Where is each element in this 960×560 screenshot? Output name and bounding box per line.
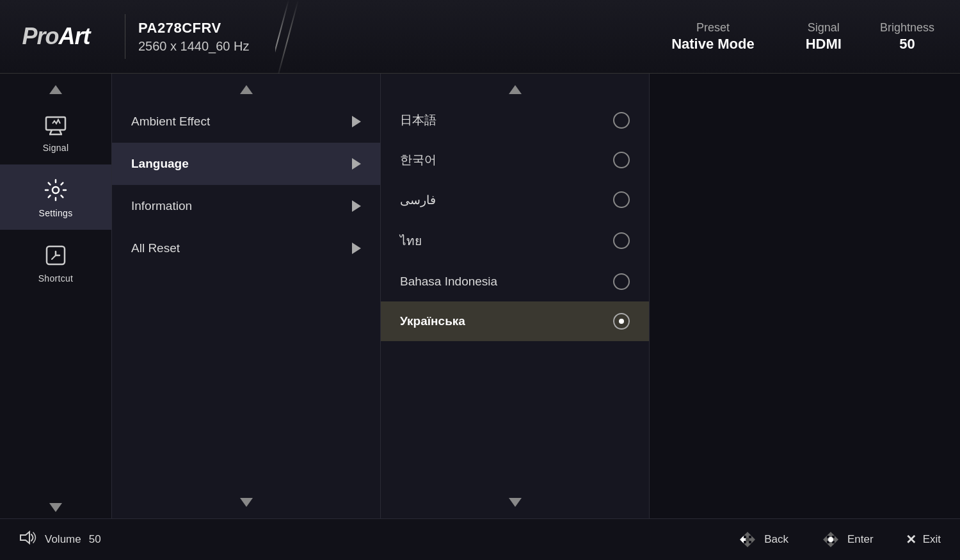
signal-icon bbox=[42, 111, 70, 139]
brightness-value: 50 bbox=[880, 36, 934, 52]
volume-icon bbox=[19, 531, 37, 548]
sidebar-item-shortcut[interactable]: Shortcut bbox=[0, 230, 111, 295]
lang-chevron-up-icon bbox=[509, 85, 522, 94]
sidebar-scroll-up[interactable] bbox=[0, 80, 111, 99]
language-panel: 日本語 한국어 فارسی ไทย Bahasa Indonesia Украї… bbox=[381, 74, 650, 518]
shortcut-icon bbox=[42, 241, 70, 269]
menu-ambient-arrow-icon bbox=[352, 116, 361, 127]
logo: ProArt bbox=[0, 23, 112, 50]
svg-marker-7 bbox=[749, 536, 755, 543]
logo-pro: Pro bbox=[22, 23, 58, 49]
menu-ambient-label: Ambient Effect bbox=[131, 115, 210, 129]
signal-label: Signal bbox=[806, 21, 842, 35]
sidebar-settings-label: Settings bbox=[39, 208, 73, 218]
lang-thai-label: ไทย bbox=[400, 231, 422, 250]
menu-chevron-up-icon bbox=[240, 85, 253, 94]
lang-bahasa-radio bbox=[613, 273, 630, 290]
lang-item-thai[interactable]: ไทย bbox=[381, 220, 649, 262]
monitor-info: PA278CFRV 2560 x 1440_60 Hz bbox=[138, 20, 671, 54]
enter-button[interactable]: Enter bbox=[820, 529, 874, 550]
menu-allreset-arrow-icon bbox=[352, 243, 361, 254]
preset-value: Native Mode bbox=[671, 36, 755, 52]
menu-information-arrow-icon bbox=[352, 200, 361, 212]
lang-ukrainian-radio bbox=[613, 313, 630, 330]
header-brightness: Brightness 50 bbox=[880, 21, 934, 52]
sidebar-item-signal[interactable]: Signal bbox=[0, 99, 111, 164]
lang-scroll-down[interactable] bbox=[381, 498, 649, 507]
lang-item-korean[interactable]: 한국어 bbox=[381, 140, 649, 180]
footer: Volume 50 Back Enter bbox=[0, 518, 960, 560]
menu-information-label: Information bbox=[131, 199, 192, 213]
lang-item-bahasa[interactable]: Bahasa Indonesia bbox=[381, 262, 649, 301]
header-preset: Preset Native Mode bbox=[671, 21, 755, 52]
lang-japanese-radio bbox=[613, 112, 630, 129]
svg-point-13 bbox=[828, 537, 833, 542]
svg-point-1 bbox=[52, 187, 59, 193]
lang-thai-radio bbox=[613, 232, 630, 249]
sidebar: Signal Settings bbox=[0, 74, 112, 518]
preset-label: Preset bbox=[671, 21, 755, 35]
menu-item-all-reset[interactable]: All Reset bbox=[112, 227, 380, 269]
sidebar-signal-label: Signal bbox=[43, 143, 69, 153]
lang-korean-label: 한국어 bbox=[400, 152, 436, 168]
volume-value: 50 bbox=[89, 533, 101, 546]
back-label: Back bbox=[764, 533, 788, 546]
svg-point-8 bbox=[746, 538, 749, 541]
header: ProArt PA278CFRV 2560 x 1440_60 Hz Prese… bbox=[0, 0, 960, 74]
enter-label: Enter bbox=[847, 533, 874, 546]
lang-scroll-up[interactable] bbox=[381, 74, 649, 100]
lang-bahasa-label: Bahasa Indonesia bbox=[400, 275, 497, 289]
lang-korean-radio bbox=[613, 152, 630, 168]
menu-scroll-down[interactable] bbox=[112, 498, 380, 507]
menu-scroll-up[interactable] bbox=[112, 74, 380, 100]
menu-item-ambient-effect[interactable]: Ambient Effect bbox=[112, 100, 380, 143]
enter-dpad-icon bbox=[820, 529, 841, 550]
lang-item-ukrainian[interactable]: Українська bbox=[381, 301, 649, 341]
sidebar-scroll-down[interactable] bbox=[49, 503, 62, 512]
menu-item-information[interactable]: Information bbox=[112, 185, 380, 227]
monitor-model: PA278CFRV bbox=[138, 20, 671, 36]
sidebar-shortcut-label: Shortcut bbox=[38, 273, 74, 284]
lang-farsi-label: فارسی bbox=[400, 193, 436, 207]
logo-text: ProArt bbox=[22, 23, 90, 50]
sidebar-item-settings[interactable]: Settings bbox=[0, 164, 111, 230]
svg-marker-3 bbox=[20, 532, 29, 543]
header-signal: Signal HDMI bbox=[806, 21, 842, 52]
exit-icon: ✕ bbox=[906, 532, 916, 547]
svg-marker-6 bbox=[740, 536, 746, 543]
menu-item-language[interactable]: Language bbox=[112, 143, 380, 185]
volume-label: Volume bbox=[45, 533, 81, 546]
lang-farsi-radio bbox=[613, 191, 630, 208]
menu-allreset-label: All Reset bbox=[131, 241, 180, 255]
lang-item-japanese[interactable]: 日本語 bbox=[381, 100, 649, 140]
lang-item-farsi[interactable]: فارسی bbox=[381, 180, 649, 220]
menu-language-label: Language bbox=[131, 157, 189, 171]
signal-value: HDMI bbox=[806, 36, 842, 52]
right-panel bbox=[650, 74, 960, 518]
lang-japanese-label: 日本語 bbox=[400, 112, 436, 129]
menu-chevron-down-icon bbox=[240, 498, 253, 507]
volume-section: Volume 50 bbox=[19, 531, 101, 548]
menu-panel: Ambient Effect Language Information All … bbox=[112, 74, 381, 518]
logo-art: Art bbox=[59, 23, 90, 49]
svg-marker-4 bbox=[744, 532, 751, 538]
exit-label: Exit bbox=[923, 533, 941, 546]
lang-chevron-down-icon bbox=[509, 498, 522, 507]
brightness-label: Brightness bbox=[880, 21, 934, 35]
monitor-resolution: 2560 x 1440_60 Hz bbox=[138, 39, 671, 54]
header-divider bbox=[125, 14, 125, 59]
menu-language-arrow-icon bbox=[352, 158, 361, 170]
svg-marker-5 bbox=[744, 541, 751, 547]
settings-icon bbox=[42, 176, 70, 204]
exit-button[interactable]: ✕ Exit bbox=[906, 532, 941, 547]
lang-ukrainian-label: Українська bbox=[400, 314, 465, 328]
chevron-up-icon bbox=[49, 85, 62, 94]
main-container: Signal Settings bbox=[0, 74, 960, 518]
back-dpad-icon bbox=[737, 529, 758, 550]
chevron-down-icon bbox=[49, 503, 62, 512]
back-button[interactable]: Back bbox=[737, 529, 788, 550]
